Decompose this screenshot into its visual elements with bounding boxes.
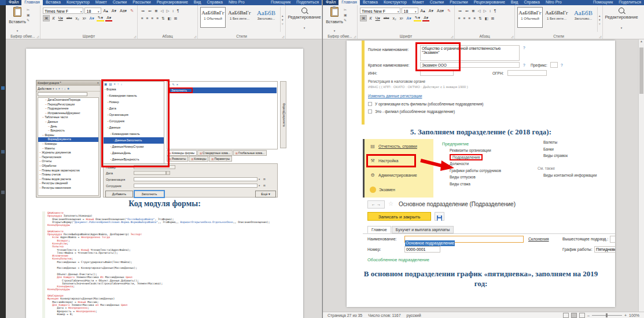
font-format-button[interactable]: abc	[382, 15, 391, 21]
font-tool-button[interactable]: Аа▾	[436, 8, 445, 14]
font-format-button[interactable]: ✎▾	[414, 15, 421, 21]
clipboard-mini-icon[interactable]: ✎	[27, 19, 30, 23]
alignment-button[interactable]: ≡	[472, 15, 477, 21]
form-element-item[interactable]: ДанныеНомерСтроки	[104, 144, 164, 150]
editing-label[interactable]: Редактирование	[288, 14, 321, 20]
tree-item[interactable]: Команды	[38, 142, 98, 147]
toolbar-icon[interactable]: +	[56, 86, 57, 91]
zoom-in-button[interactable]	[624, 313, 627, 317]
font-format-button[interactable]: х₂	[391, 15, 397, 21]
change-registration-link[interactable]: Изменить данные регистрации	[368, 94, 422, 98]
clipboard-mini-icon[interactable]: ✂	[344, 8, 347, 12]
font-tool-button[interactable]: А▾	[111, 8, 117, 14]
font-format-button[interactable]: Ч▾	[374, 15, 381, 21]
ribbon-tab[interactable]: Файл	[6, 0, 21, 5]
form-tab[interactable]: Главное	[367, 226, 391, 233]
font-tool-button[interactable]: ✎	[129, 8, 135, 14]
sidebar-item[interactable]: ▤ Отчетность, справки	[365, 139, 433, 153]
font-name-select[interactable]: Times New F	[360, 8, 400, 14]
dialog-launcher-icon[interactable]	[451, 35, 453, 38]
font-tool-button[interactable]: ✎	[446, 8, 452, 14]
document-area[interactable]: Полное наименование: Общество с ограниче…	[323, 39, 644, 312]
side-tab-form-document[interactable]: ФормаДокумента	[280, 81, 286, 148]
gallery-scroll-arrow[interactable]: ▾	[282, 18, 284, 21]
alignment-button[interactable]: ≡	[145, 15, 150, 21]
parent-subdivision-input[interactable]	[610, 236, 615, 243]
tree-search-input[interactable]	[38, 92, 87, 96]
font-format-button[interactable]: х²	[82, 15, 87, 21]
font-format-button[interactable]: Ж	[43, 15, 50, 21]
view-web-layout-icon[interactable]	[579, 313, 585, 318]
menu-link[interactable]: Виды справок	[543, 153, 568, 158]
page-indicator[interactable]: Страница 27 из 35	[327, 313, 362, 317]
zoom-slider[interactable]	[592, 315, 622, 316]
is-branch-checkbox[interactable]	[368, 109, 372, 114]
scrollbar-thumb[interactable]	[639, 47, 643, 94]
dialog-launcher-icon[interactable]	[354, 35, 356, 38]
dialog-launcher-icon[interactable]	[134, 35, 136, 38]
favorite-star-icon[interactable]: ☆	[388, 200, 393, 207]
ribbon-tab[interactable]: Рецензирование	[154, 0, 191, 5]
view-print-layout-icon[interactable]	[571, 313, 577, 318]
tree-item[interactable]: Вредность	[38, 129, 98, 133]
ribbon-tab[interactable]: Вставка	[43, 0, 64, 5]
help-icon[interactable]: ?	[523, 46, 525, 50]
form-element-item[interactable]: Форма	[104, 86, 164, 93]
save-button[interactable]	[435, 212, 444, 221]
gallery-scroll-arrow[interactable]: ▴	[599, 14, 601, 17]
form-element-item[interactable]: ДанныеВредность	[104, 156, 164, 163]
paragraph-button[interactable]: ≔	[140, 8, 146, 14]
panel-tab[interactable]: Команды	[189, 156, 208, 162]
dialog-launcher-icon[interactable]	[511, 35, 513, 38]
word-count[interactable]: Число слов: 1167	[368, 313, 400, 317]
help-icon[interactable]: ?	[561, 63, 563, 67]
font-format-button[interactable]: А▾	[406, 15, 413, 21]
style-card[interactable]: АаБбВ Заголово...	[253, 7, 279, 28]
alignment-button[interactable]: ⇅	[477, 15, 483, 21]
alignment-button[interactable]: ≡	[468, 15, 472, 21]
tree-item[interactable]: ДатаОкончанияПериода	[38, 98, 98, 103]
font-format-button[interactable]: А▾	[89, 15, 95, 21]
paragraph-button[interactable]: ≕	[464, 8, 470, 14]
ribbon-tab[interactable]: Nitro Pro	[226, 0, 248, 5]
close-icon[interactable]	[97, 81, 99, 86]
name-input[interactable]: Основное подразделение	[404, 236, 524, 243]
font-tool-button[interactable]: А▴	[102, 8, 109, 14]
tree-item[interactable]: Подразделение	[38, 107, 98, 111]
add-button[interactable]: Добавить	[105, 191, 133, 198]
command-source-tab[interactable]: Стандартные кома...	[197, 150, 233, 156]
command-source-tab[interactable]: Глобальные кома...	[233, 150, 267, 156]
dialog-launcher-icon[interactable]	[599, 35, 601, 38]
tree-item[interactable]: ФормаДокумента	[38, 137, 98, 142]
paragraph-button[interactable]: ↕	[171, 8, 175, 14]
paste-button[interactable]: Вставить	[325, 7, 344, 32]
ribbon-tab[interactable]: Вставка	[360, 0, 381, 5]
tree-item[interactable]: День	[38, 125, 98, 129]
work-schedule-select[interactable]: Пятидневка	[594, 246, 615, 253]
font-format-button[interactable]: ✎▾	[97, 15, 104, 21]
tree-item[interactable]: Обработки	[38, 164, 98, 169]
font-size-select[interactable]: 18	[84, 8, 101, 14]
zoom-level[interactable]: 100%	[629, 313, 639, 317]
tree-item[interactable]: Формы	[38, 133, 98, 138]
date-input[interactable]	[134, 171, 166, 175]
tree-item[interactable]: Планы видов характеристик	[38, 169, 98, 173]
font-tool-button[interactable]: А▴	[419, 8, 426, 14]
form-element-item[interactable]: Данные	[104, 125, 164, 131]
menu-link[interactable]: Виды контактной информации	[543, 173, 597, 177]
paragraph-button[interactable]: ≣	[470, 8, 476, 14]
toolbar-icon[interactable]: ↑	[117, 82, 119, 86]
style-card[interactable]: АаБбВвГг 1 Без инте...	[227, 7, 252, 28]
alignment-button[interactable]: ≡	[150, 15, 155, 21]
ribbon-tab[interactable]: Рассылки	[130, 0, 153, 5]
panel-tab[interactable]: Параметры	[209, 156, 232, 162]
menu-link[interactable]: Виды стажа	[450, 182, 470, 186]
number-input[interactable]: 0000-0001	[404, 246, 440, 253]
alignment-button[interactable]: ◧	[484, 15, 490, 21]
fill-button[interactable]: Заполнить	[134, 190, 165, 198]
paragraph-button[interactable]: ↕	[488, 8, 492, 14]
form-tab[interactable]: Бухучет и выплата зарплаты	[392, 226, 454, 233]
selected-command-row[interactable]: Заполнить	[168, 87, 277, 93]
clipboard-mini-icon[interactable]: ✂	[27, 8, 30, 12]
editing-label[interactable]: Редактирование	[605, 14, 638, 20]
